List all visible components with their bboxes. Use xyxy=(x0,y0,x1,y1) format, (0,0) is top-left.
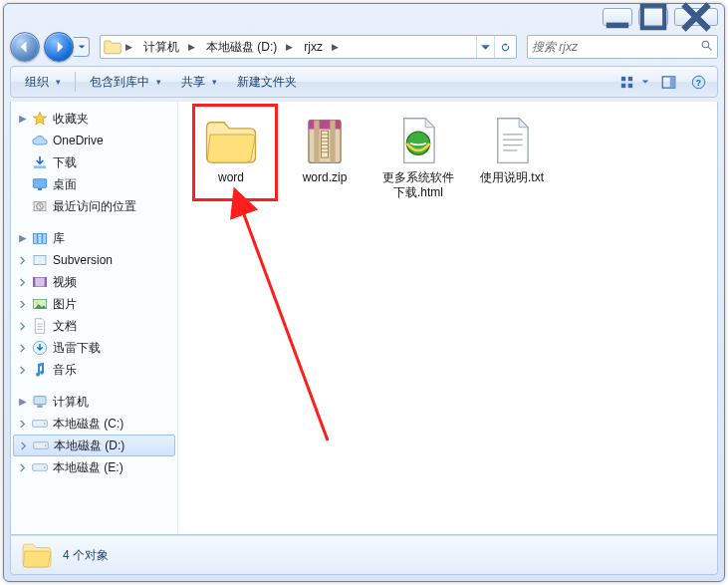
tree-desktop[interactable]: 桌面 xyxy=(13,173,175,195)
file-label: 使用说明.txt xyxy=(472,170,552,185)
chevron-right-icon[interactable]: ▶ xyxy=(328,42,343,52)
new-folder-button[interactable]: 新建文件夹 xyxy=(229,71,305,94)
expand-icon[interactable] xyxy=(17,299,27,309)
expand-icon[interactable] xyxy=(17,255,27,265)
expand-icon[interactable] xyxy=(17,365,27,375)
tree-label: 最近访问的位置 xyxy=(53,198,136,215)
search-icon[interactable] xyxy=(700,38,713,56)
file-item-zip[interactable]: word.zip xyxy=(282,112,367,205)
tree-recent[interactable]: 最近访问的位置 xyxy=(13,195,175,217)
expand-icon[interactable] xyxy=(17,462,27,472)
zip-icon xyxy=(297,117,353,166)
tree-label: 本地磁盘 (D:) xyxy=(54,438,124,454)
svg-rect-18 xyxy=(43,233,47,243)
expand-icon[interactable] xyxy=(17,277,27,287)
tree-label: 迅雷下载 xyxy=(53,340,101,357)
include-in-library-menu[interactable]: 包含到库中 xyxy=(82,71,169,94)
download-icon xyxy=(32,340,48,356)
chevron-right-icon[interactable]: ▶ xyxy=(282,42,297,52)
tree-label: 本地磁盘 (E:) xyxy=(53,459,123,476)
tree-favorites[interactable]: 收藏夹 xyxy=(13,108,175,130)
breadcrumb-seg[interactable]: rjxz xyxy=(297,36,328,58)
tree-videos[interactable]: 视频 xyxy=(13,271,175,293)
address-dropdown[interactable] xyxy=(476,36,494,58)
expand-icon[interactable] xyxy=(17,321,27,331)
nav-tree[interactable]: 收藏夹 OneDrive 下载 桌面 最近访问的位置 xyxy=(11,102,178,534)
tree-onedrive[interactable]: OneDrive xyxy=(13,130,175,151)
share-menu[interactable]: 共享 xyxy=(173,71,225,94)
forward-button[interactable] xyxy=(44,32,74,62)
collapse-icon[interactable] xyxy=(17,397,27,407)
tree-label: 视频 xyxy=(53,274,77,291)
tree-xunlei[interactable]: 迅雷下载 xyxy=(13,337,175,359)
tree-label: OneDrive xyxy=(53,134,104,147)
svg-rect-3 xyxy=(620,76,624,80)
svg-text:?: ? xyxy=(695,77,700,87)
file-item-txt[interactable]: 使用说明.txt xyxy=(469,112,555,205)
pictures-icon xyxy=(32,296,48,312)
explorer-body: 收藏夹 OneDrive 下载 桌面 最近访问的位置 xyxy=(10,102,718,535)
tree-label: 桌面 xyxy=(53,176,77,193)
drive-icon xyxy=(32,416,48,432)
drive-icon xyxy=(32,459,48,475)
close-button[interactable] xyxy=(674,8,718,26)
preview-pane-button[interactable] xyxy=(655,71,681,93)
chevron-right-icon[interactable]: ▶ xyxy=(184,42,199,52)
status-text: 4 个对象 xyxy=(63,547,109,564)
recent-icon xyxy=(32,198,48,214)
tree-documents[interactable]: 文档 xyxy=(13,315,175,337)
svg-rect-38 xyxy=(321,131,328,157)
svg-rect-5 xyxy=(620,83,624,87)
tree-subversion[interactable]: Subversion xyxy=(13,249,175,271)
folder-icon xyxy=(203,117,259,166)
tree-label: 计算机 xyxy=(53,394,89,411)
collapse-icon[interactable] xyxy=(17,114,27,124)
tree-pictures[interactable]: 图片 xyxy=(13,293,175,315)
minimize-button[interactable] xyxy=(603,8,632,26)
tree-downloads[interactable]: 下载 xyxy=(13,151,175,173)
search-box[interactable] xyxy=(527,35,718,59)
tree-label: Subversion xyxy=(53,253,113,267)
file-list[interactable]: word word.zip xyxy=(178,102,717,534)
status-bar: 4 个对象 xyxy=(10,535,718,575)
organize-menu[interactable]: 组织 xyxy=(17,71,69,94)
address-bar[interactable]: ▶ 计算机 ▶ 本地磁盘 (D:) ▶ rjxz ▶ xyxy=(100,35,517,59)
history-dropdown[interactable] xyxy=(74,37,90,57)
nav-row: ▶ 计算机 ▶ 本地磁盘 (D:) ▶ rjxz ▶ xyxy=(4,30,724,64)
file-item-folder[interactable]: word xyxy=(188,112,274,205)
back-button[interactable] xyxy=(10,32,40,62)
svg-rect-19 xyxy=(34,255,46,264)
music-icon xyxy=(32,362,48,378)
file-label: word xyxy=(191,170,271,185)
explorer-window: ▶ 计算机 ▶ 本地磁盘 (D:) ▶ rjxz ▶ 组织 包含到库中 共享 新… xyxy=(3,3,725,582)
svg-rect-8 xyxy=(669,76,674,87)
svg-rect-16 xyxy=(33,233,37,243)
refresh-button[interactable] xyxy=(494,36,516,58)
breadcrumb-seg[interactable]: 本地磁盘 (D:) xyxy=(199,36,282,58)
tree-drive-d[interactable]: 本地磁盘 (D:) xyxy=(13,435,175,456)
tree-computer[interactable]: 计算机 xyxy=(13,391,175,413)
svg-rect-13 xyxy=(38,188,42,190)
file-item-html[interactable]: 更多系统软件下载.html xyxy=(375,112,461,205)
svg-rect-37 xyxy=(330,121,335,163)
svg-rect-6 xyxy=(627,83,631,87)
html-icon xyxy=(390,117,446,166)
tree-music[interactable]: 音乐 xyxy=(13,359,175,381)
view-mode-dropdown[interactable] xyxy=(639,78,651,86)
expand-icon[interactable] xyxy=(17,343,27,353)
chevron-right-icon[interactable]: ▶ xyxy=(121,42,136,52)
expand-icon[interactable] xyxy=(17,419,27,429)
tree-label: 图片 xyxy=(53,296,77,313)
maximize-button[interactable] xyxy=(638,8,668,26)
view-mode-button[interactable] xyxy=(613,71,639,93)
tree-drive-c[interactable]: 本地磁盘 (C:) xyxy=(13,413,175,435)
folder-icon xyxy=(104,39,121,55)
svg-rect-11 xyxy=(34,165,46,168)
expand-icon[interactable] xyxy=(18,440,28,450)
search-input[interactable] xyxy=(532,40,696,54)
collapse-icon[interactable] xyxy=(17,233,27,243)
tree-libraries[interactable]: 库 xyxy=(13,227,175,249)
help-button[interactable]: ? xyxy=(685,71,711,93)
breadcrumb-seg[interactable]: 计算机 xyxy=(136,36,184,58)
tree-drive-e[interactable]: 本地磁盘 (E:) xyxy=(13,456,175,478)
